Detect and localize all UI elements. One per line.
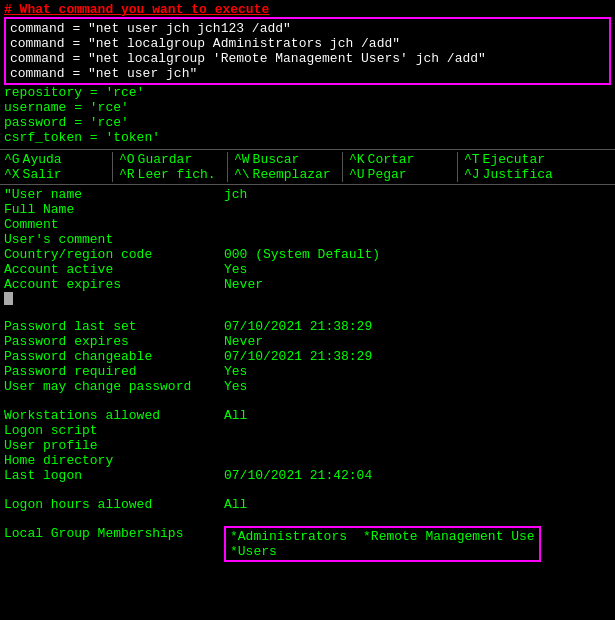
highlight-box: command = "net user jch jch123 /add" com… [4, 17, 611, 85]
output-value: All [224, 497, 247, 512]
toolbar-item-buscar[interactable]: ^W Buscar [234, 152, 336, 167]
highlight-line-2: command = "net localgroup Administrators… [10, 36, 605, 51]
toolbar-col-5: ^T Ejecutar ^J Justifica [460, 152, 570, 182]
toolbar-item-pegar[interactable]: ^U Pegar [349, 167, 451, 182]
toolbar-key-g: ^G [4, 152, 20, 167]
local-group-memberships-label: Local Group Memberships [4, 526, 224, 541]
cursor-line [4, 292, 611, 305]
normal-line-4: csrf_token = 'token' [4, 130, 611, 145]
output-row: Password changeable07/10/2021 21:38:29 [4, 349, 611, 364]
toolbar-col-2: ^O Guardar ^R Leer fich. [115, 152, 225, 182]
output-label: Logon script [4, 423, 224, 438]
output-label: Password changeable [4, 349, 224, 364]
toolbar-item-cortar[interactable]: ^K Cortar [349, 152, 451, 167]
toolbar: ^G Ayuda ^X Salir ^O Guardar ^R Leer fic… [0, 149, 615, 184]
toolbar-key-bs: ^\ [234, 167, 250, 182]
toolbar-col-1: ^G Ayuda ^X Salir [0, 152, 110, 182]
toolbar-col-3: ^W Buscar ^\ Reemplazar [230, 152, 340, 182]
toolbar-item-ayuda[interactable]: ^G Ayuda [4, 152, 106, 167]
highlight-line-1: command = "net user jch jch123 /add" [10, 21, 605, 36]
output-row: Last logon07/10/2021 21:42:04 [4, 468, 611, 483]
output-row: Comment [4, 217, 611, 232]
output-row: Password requiredYes [4, 364, 611, 379]
output-label: "User name [4, 187, 224, 202]
output-label: Account expires [4, 277, 224, 292]
output-label: Last logon [4, 468, 224, 483]
editor-area: # What command you want to execute comma… [0, 0, 615, 147]
output-row: Account expiresNever [4, 277, 611, 292]
output-row: "User namejch [4, 187, 611, 202]
output-row [4, 512, 611, 526]
group-item: *Administrators [230, 529, 347, 544]
output-label: Password expires [4, 334, 224, 349]
highlight-line-4: command = "net user jch" [10, 66, 605, 81]
toolbar-key-t: ^T [464, 152, 480, 167]
toolbar-key-r: ^R [119, 167, 135, 182]
output-label: Password last set [4, 319, 224, 334]
output-label: User profile [4, 438, 224, 453]
output-row: Account activeYes [4, 262, 611, 277]
output-area: "User namejchFull NameCommentUser's comm… [0, 184, 615, 564]
output-row: User may change passwordYes [4, 379, 611, 394]
toolbar-item-salir[interactable]: ^X Salir [4, 167, 106, 182]
toolbar-item-guardar[interactable]: ^O Guardar [119, 152, 221, 167]
toolbar-item-reemplazar[interactable]: ^\ Reemplazar [234, 167, 336, 182]
output-row: Workstations allowedAll [4, 408, 611, 423]
output-label: Comment [4, 217, 224, 232]
output-row: Country/region code000 (System Default) [4, 247, 611, 262]
normal-line-1: repository = 'rce' [4, 85, 611, 100]
output-value: Never [224, 277, 263, 292]
output-row: User profile [4, 438, 611, 453]
output-value: 07/10/2021 21:38:29 [224, 349, 372, 364]
output-row [4, 483, 611, 497]
group-item: *Remote Management Use [363, 529, 535, 544]
toolbar-key-o: ^O [119, 152, 135, 167]
toolbar-key-w: ^W [234, 152, 250, 167]
toolbar-item-ejecutar[interactable]: ^T Ejecutar [464, 152, 566, 167]
output-label: Password required [4, 364, 224, 379]
output-row: Password last set07/10/2021 21:38:29 [4, 319, 611, 334]
toolbar-item-justifica[interactable]: ^J Justifica [464, 167, 566, 182]
output-value: Never [224, 334, 263, 349]
comment-line: # What command you want to execute [4, 2, 611, 17]
output-value: All [224, 408, 247, 423]
output-row [4, 394, 611, 408]
output-label: Home directory [4, 453, 224, 468]
output-value: Yes [224, 364, 247, 379]
toolbar-label-justifica: Justifica [483, 167, 553, 182]
output-value: Yes [224, 262, 247, 277]
group-box: *Administrators*Remote Management Use*Us… [224, 526, 541, 562]
output-row: Password expiresNever [4, 334, 611, 349]
output-row: Home directory [4, 453, 611, 468]
toolbar-label-reemplazar: Reemplazar [253, 167, 331, 182]
toolbar-label-ayuda: Ayuda [23, 152, 62, 167]
toolbar-label-guardar: Guardar [138, 152, 193, 167]
output-value: Yes [224, 379, 247, 394]
toolbar-label-cortar: Cortar [368, 152, 415, 167]
output-label: User may change password [4, 379, 224, 394]
output-row: Logon hours allowedAll [4, 497, 611, 512]
toolbar-key-j: ^J [464, 167, 480, 182]
output-label: Logon hours allowed [4, 497, 224, 512]
toolbar-key-u: ^U [349, 167, 365, 182]
output-value: 000 (System Default) [224, 247, 380, 262]
toolbar-key-x: ^X [4, 167, 20, 182]
normal-line-2: username = 'rce' [4, 100, 611, 115]
toolbar-label-buscar: Buscar [253, 152, 300, 167]
output-label: Workstations allowed [4, 408, 224, 423]
output-row [4, 305, 611, 319]
toolbar-col-4: ^K Cortar ^U Pegar [345, 152, 455, 182]
output-label: Full Name [4, 202, 224, 217]
output-row: User's comment [4, 232, 611, 247]
output-label: Account active [4, 262, 224, 277]
output-value: 07/10/2021 21:42:04 [224, 468, 372, 483]
normal-line-3: password = 'rce' [4, 115, 611, 130]
toolbar-item-leer[interactable]: ^R Leer fich. [119, 167, 221, 182]
output-row: Full Name [4, 202, 611, 217]
local-group-memberships-row: Local Group Memberships*Administrators*R… [4, 526, 611, 562]
output-label: User's comment [4, 232, 224, 247]
toolbar-label-leer: Leer fich. [138, 167, 216, 182]
toolbar-label-salir: Salir [23, 167, 62, 182]
toolbar-label-pegar: Pegar [368, 167, 407, 182]
cursor [4, 292, 13, 305]
